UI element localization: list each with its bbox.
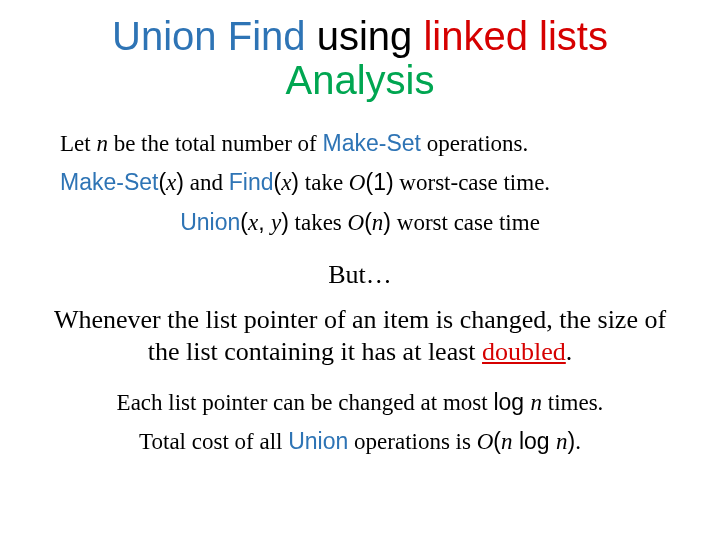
big-o: O (477, 429, 494, 454)
title-analysis: Analysis (286, 58, 435, 102)
paren: ) (281, 209, 289, 235)
var-n: n (96, 131, 108, 156)
dot: . (575, 429, 581, 454)
var-x: x (281, 170, 291, 195)
paren: ( (240, 209, 248, 235)
paren: ) (383, 209, 391, 235)
but-line: But… (24, 260, 696, 290)
title-using: using (306, 14, 424, 58)
text: worst case time (391, 210, 540, 235)
var-n: n (501, 429, 513, 454)
paren: ) (386, 169, 394, 195)
dot: . (566, 337, 573, 366)
text: and (184, 170, 229, 195)
op-make-set: Make-Set (60, 169, 158, 195)
paren: ( (158, 169, 166, 195)
paren: ( (273, 169, 281, 195)
var-n: n (372, 210, 384, 235)
line-1: Let n be the total number of Make-Set op… (60, 130, 696, 157)
paren: ( (364, 209, 372, 235)
line-5: Total cost of all Union operations is O(… (24, 428, 696, 455)
text: times. (542, 390, 603, 415)
doubled-para: Whenever the list pointer of an item is … (50, 304, 670, 366)
text: Total cost of all (139, 429, 288, 454)
text: operations. (421, 131, 528, 156)
title-union-find: Union Find (112, 14, 305, 58)
text: operations is (348, 429, 476, 454)
slide: Union Find using linked lists Analysis L… (0, 0, 720, 540)
big-o: O (348, 210, 365, 235)
var-n: n (556, 429, 568, 454)
text: take (299, 170, 349, 195)
var-x: x (248, 210, 258, 235)
log: log (513, 428, 556, 454)
comma: , (258, 209, 271, 235)
text: Each list pointer can be changed at most (117, 390, 494, 415)
paren: ) (176, 169, 184, 195)
var-y: y (271, 210, 281, 235)
paren: ( (493, 428, 501, 454)
text: worst-case time. (394, 170, 550, 195)
paren: ( (365, 169, 373, 195)
line-2: Make-Set(x) and Find(x) take O(1) worst-… (60, 169, 696, 196)
big-o: O (349, 170, 366, 195)
paren: ) (291, 169, 299, 195)
var-n: n (531, 390, 543, 415)
op-make-set: Make-Set (323, 130, 421, 156)
title-linked-lists: linked lists (423, 14, 608, 58)
op-find: Find (229, 169, 274, 195)
slide-title: Union Find using linked lists Analysis (24, 14, 696, 102)
doubled-word: doubled (482, 337, 566, 366)
text: takes (289, 210, 348, 235)
log: log (493, 389, 530, 415)
text: Let (60, 131, 96, 156)
line-4: Each list pointer can be changed at most… (24, 389, 696, 416)
var-x: x (166, 170, 176, 195)
op-union: Union (288, 428, 348, 454)
text: Whenever the list pointer of an item is … (54, 305, 666, 365)
line-3: Union(x, y) takes O(n) worst case time (24, 209, 696, 236)
const-1: 1 (373, 169, 386, 195)
text: be the total number of (108, 131, 323, 156)
op-union: Union (180, 209, 240, 235)
